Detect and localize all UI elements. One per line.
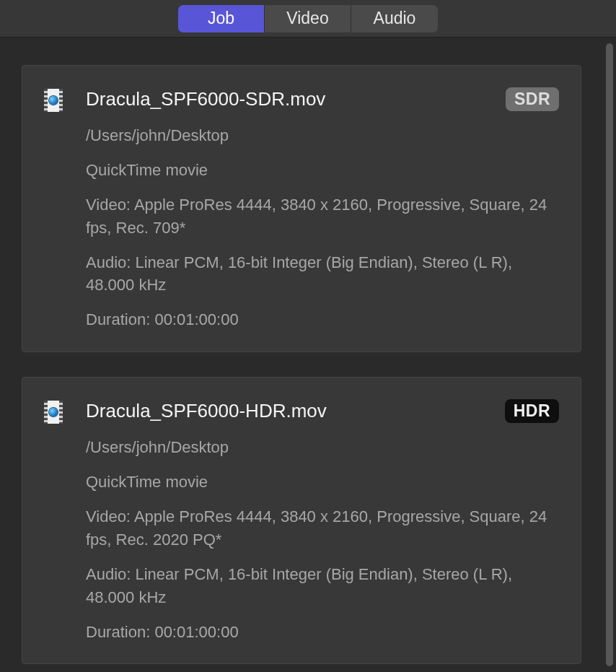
job-duration-label: Duration: xyxy=(86,623,154,641)
job-container: QuickTime movie xyxy=(86,471,559,494)
job-audio-value: Linear PCM, 16-bit Integer (Big Endian),… xyxy=(86,253,512,294)
job-duration-label: Duration: xyxy=(86,310,154,328)
job-card[interactable]: Dracula_SPF6000-SDR.mov SDR /Users/john/… xyxy=(22,65,581,352)
job-duration-value: 00:01:00:00 xyxy=(154,623,238,641)
job-filename: Dracula_SPF6000-SDR.mov xyxy=(86,88,497,110)
quicktime-movie-icon xyxy=(44,89,63,112)
job-filename: Dracula_SPF6000-HDR.mov xyxy=(86,400,496,422)
job-duration-value: 00:01:00:00 xyxy=(154,310,238,328)
scrollbar-thumb[interactable] xyxy=(606,43,613,666)
job-audio-label: Audio: xyxy=(86,565,136,583)
inspector-body: Dracula_SPF6000-SDR.mov SDR /Users/john/… xyxy=(0,38,616,672)
job-video-spec: Video: Apple ProRes 4444, 3840 x 2160, P… xyxy=(86,505,559,551)
dynamic-range-badge: SDR xyxy=(506,87,559,111)
job-audio-label: Audio: xyxy=(86,253,136,271)
job-duration: Duration: 00:01:00:00 xyxy=(86,308,559,331)
job-container: QuickTime movie xyxy=(86,159,559,182)
job-audio-value: Linear PCM, 16-bit Integer (Big Endian),… xyxy=(86,565,512,606)
tab-audio[interactable]: Audio xyxy=(351,5,438,32)
job-card[interactable]: Dracula_SPF6000-HDR.mov HDR /Users/john/… xyxy=(22,377,581,664)
tab-segmented-control: Job Video Audio xyxy=(178,5,438,32)
file-icon-col xyxy=(44,87,86,331)
job-video-label: Video: xyxy=(86,507,134,525)
job-video-spec: Video: Apple ProRes 4444, 3840 x 2160, P… xyxy=(86,193,559,240)
job-audio-spec: Audio: Linear PCM, 16-bit Integer (Big E… xyxy=(86,251,559,297)
job-video-value: Apple ProRes 4444, 3840 x 2160, Progress… xyxy=(86,507,547,549)
job-audio-spec: Audio: Linear PCM, 16-bit Integer (Big E… xyxy=(86,563,559,609)
tab-job[interactable]: Job xyxy=(178,5,265,32)
job-title-row: Dracula_SPF6000-SDR.mov SDR xyxy=(86,87,559,111)
tab-video[interactable]: Video xyxy=(265,5,351,32)
job-video-value: Apple ProRes 4444, 3840 x 2160, Progress… xyxy=(86,196,547,237)
job-card-body: Dracula_SPF6000-SDR.mov SDR /Users/john/… xyxy=(86,87,559,331)
inspector-tabbar: Job Video Audio xyxy=(0,0,616,38)
job-meta: /Users/john/Desktop QuickTime movie Vide… xyxy=(86,124,559,331)
job-card-body: Dracula_SPF6000-HDR.mov HDR /Users/john/… xyxy=(86,399,559,643)
job-path: /Users/john/Desktop xyxy=(86,124,559,147)
file-icon-col xyxy=(44,399,86,643)
job-title-row: Dracula_SPF6000-HDR.mov HDR xyxy=(86,399,559,423)
quicktime-movie-icon xyxy=(44,401,63,424)
dynamic-range-badge: HDR xyxy=(505,399,559,423)
job-path: /Users/john/Desktop xyxy=(86,436,559,459)
job-list: Dracula_SPF6000-SDR.mov SDR /Users/john/… xyxy=(0,38,603,672)
vertical-scrollbar[interactable] xyxy=(603,38,616,672)
job-duration: Duration: 00:01:00:00 xyxy=(86,621,559,644)
job-meta: /Users/john/Desktop QuickTime movie Vide… xyxy=(86,436,559,643)
job-video-label: Video: xyxy=(86,196,134,214)
